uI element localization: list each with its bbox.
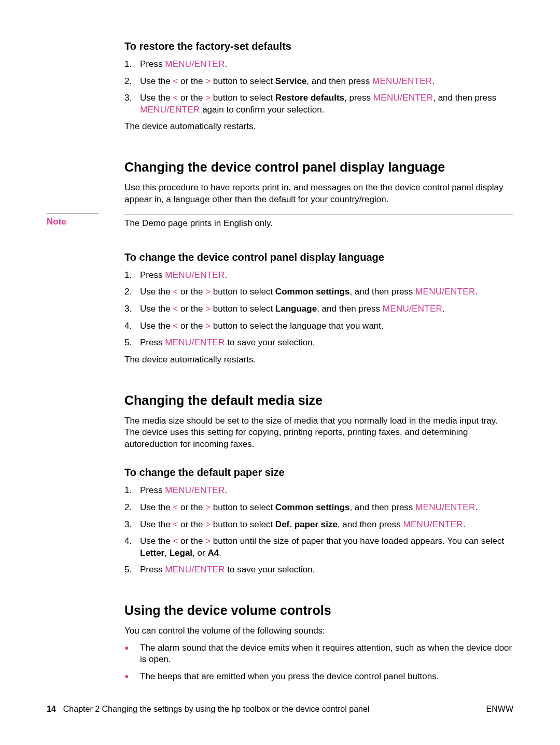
- menu-enter-key: MENU/ENTER: [373, 93, 433, 103]
- text: or the: [178, 519, 205, 529]
- left-arrow-key: <: [173, 321, 178, 331]
- text: button to select: [211, 76, 275, 86]
- note-label: Note: [47, 214, 99, 227]
- right-arrow-key: >: [205, 93, 211, 103]
- menu-enter-key: MENU/ENTER: [415, 287, 475, 297]
- left-arrow-key: <: [173, 93, 178, 103]
- left-arrow-key: <: [173, 502, 178, 512]
- text: .: [475, 287, 478, 297]
- text-bold: Common settings: [275, 502, 350, 512]
- text: Use the: [140, 536, 173, 546]
- note-block: Note The Demo page prints in English onl…: [124, 215, 513, 230]
- list-item: Use the < or the > button until the size…: [124, 536, 513, 559]
- text: Use the: [140, 93, 173, 103]
- text: button to select: [211, 304, 275, 314]
- list-item: Use the < or the > button to select the …: [124, 320, 513, 332]
- menu-enter-key: MENU/ENTER: [383, 304, 442, 314]
- text: Use the: [140, 76, 173, 86]
- text-bold: Def. paper size: [275, 519, 338, 529]
- text: to save your selection.: [225, 565, 315, 574]
- text: .: [225, 485, 228, 495]
- text-bold: Letter: [140, 548, 164, 558]
- text: or the: [178, 76, 205, 86]
- text: or the: [178, 304, 205, 314]
- right-arrow-key: >: [205, 304, 211, 314]
- heading-to-change-paper-size: To change the default paper size: [124, 467, 513, 479]
- page-number: 14: [47, 705, 56, 714]
- list-item: Use the < or the > button to select Comm…: [124, 502, 513, 514]
- heading-change-display-language: Changing the device control panel displa…: [124, 160, 513, 175]
- menu-enter-key: MENU/ENTER: [165, 59, 225, 69]
- menu-enter-key: MENU/ENTER: [140, 105, 200, 115]
- text: , or: [192, 548, 207, 558]
- text: , and then press: [317, 304, 383, 314]
- paragraph: The device automatically restarts.: [124, 354, 513, 366]
- menu-enter-key: MENU/ENTER: [415, 502, 475, 512]
- text-bold: Language: [275, 304, 317, 314]
- text: Press: [140, 565, 165, 574]
- footer-right: ENWW: [486, 705, 513, 714]
- paragraph: You can control the volume of the follow…: [124, 625, 513, 637]
- list-item: Press MENU/ENTER.: [124, 59, 513, 71]
- text: button to select: [211, 502, 275, 512]
- text: , press: [344, 93, 373, 103]
- menu-enter-key: MENU/ENTER: [165, 485, 225, 495]
- chapter-label: Chapter 2 Changing the settings by using…: [63, 705, 370, 714]
- text: , and then press: [306, 76, 372, 86]
- list-restore-defaults: Press MENU/ENTER. Use the < or the > but…: [124, 59, 513, 116]
- text: .: [225, 270, 228, 280]
- text-bold: Legal: [170, 548, 192, 558]
- menu-enter-key: MENU/ENTER: [403, 519, 463, 529]
- text: , and then press: [338, 519, 403, 529]
- list-item: Press MENU/ENTER.: [124, 270, 513, 282]
- paragraph: The media size should be set to the size…: [124, 415, 513, 451]
- text: or the: [178, 502, 205, 512]
- list-item: Use the < or the > button to select Rest…: [124, 92, 513, 116]
- text: Use the: [140, 321, 173, 331]
- text: Press: [140, 485, 165, 495]
- text: button to select: [211, 519, 275, 529]
- list-item: Press MENU/ENTER.: [124, 485, 513, 497]
- text: .: [442, 304, 445, 314]
- text: Use the: [140, 287, 173, 297]
- text: Press: [140, 59, 165, 69]
- text-bold: Service: [275, 76, 307, 86]
- right-arrow-key: >: [205, 321, 211, 331]
- list-volume-sounds: The alarm sound that the device emits wh…: [124, 642, 513, 683]
- page-container: To restore the factory-set defaults Pres…: [0, 0, 560, 719]
- list-item: Use the < or the > button to select Lang…: [124, 303, 513, 315]
- text: or the: [178, 93, 205, 103]
- heading-volume-controls: Using the device volume controls: [124, 603, 513, 618]
- text: .: [225, 59, 228, 69]
- menu-enter-key: MENU/ENTER: [165, 338, 225, 347]
- text: or the: [178, 287, 205, 297]
- right-arrow-key: >: [205, 76, 211, 86]
- text: ,: [164, 548, 169, 558]
- text: , and then press: [433, 93, 496, 103]
- left-arrow-key: <: [173, 304, 178, 314]
- note-text: The Demo page prints in English only.: [124, 215, 513, 230]
- right-arrow-key: >: [205, 519, 211, 529]
- text: Press: [140, 338, 165, 347]
- left-arrow-key: <: [173, 287, 178, 297]
- menu-enter-key: MENU/ENTER: [165, 270, 225, 280]
- list-change-language: Press MENU/ENTER. Use the < or the > but…: [124, 270, 513, 349]
- right-arrow-key: >: [205, 536, 211, 546]
- heading-change-media-size: Changing the default media size: [124, 393, 513, 408]
- text: button to select the language that you w…: [211, 321, 384, 331]
- list-item: The beeps that are emitted when you pres…: [124, 671, 513, 683]
- content-column: To restore the factory-set defaults Pres…: [124, 40, 513, 682]
- text: or the: [178, 321, 205, 331]
- page-footer: 14 Chapter 2 Changing the settings by us…: [47, 705, 513, 714]
- list-item: Use the < or the > button to select Def.…: [124, 519, 513, 531]
- left-arrow-key: <: [173, 536, 178, 546]
- right-arrow-key: >: [205, 502, 211, 512]
- text: .: [475, 502, 478, 512]
- text: button to select: [211, 287, 275, 297]
- paragraph: The device automatically restarts.: [124, 121, 513, 133]
- text: Press: [140, 270, 165, 280]
- heading-restore-defaults: To restore the factory-set defaults: [124, 40, 513, 52]
- text: , and then press: [349, 502, 415, 512]
- text-bold: A4: [207, 548, 219, 558]
- list-item: The alarm sound that the device emits wh…: [124, 642, 513, 666]
